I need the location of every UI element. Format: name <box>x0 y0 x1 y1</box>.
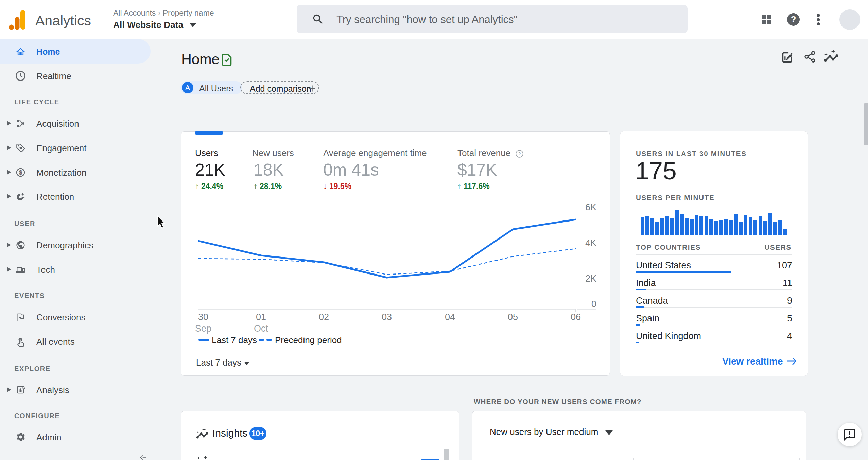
svg-text:$: $ <box>19 169 22 176</box>
svg-text:?: ? <box>518 152 521 157</box>
